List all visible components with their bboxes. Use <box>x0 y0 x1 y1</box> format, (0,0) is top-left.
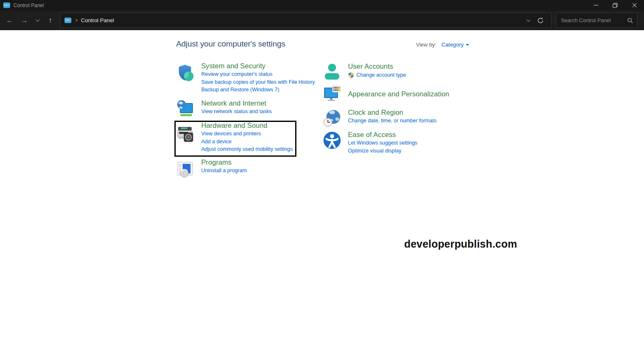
caret-down-icon <box>466 44 469 46</box>
accessibility-icon[interactable] <box>322 130 342 150</box>
category-title-link[interactable]: Clock and Region <box>348 109 436 116</box>
user-person-icon[interactable] <box>322 62 342 82</box>
category-title-link[interactable]: Ease of Access <box>348 131 417 139</box>
task-link[interactable]: Review your computer's status <box>201 72 315 77</box>
chevron-down-icon <box>526 18 530 22</box>
back-icon: ← <box>6 16 13 25</box>
address-dropdown-button[interactable] <box>522 19 534 22</box>
navigation-bar: ← → ↑ Control Panel <box>0 10 644 30</box>
page-title: Adjust your computer's settings <box>176 39 285 49</box>
content-area: Adjust your computer's settings View by:… <box>0 30 644 362</box>
close-button[interactable] <box>625 0 644 10</box>
task-link[interactable]: Backup and Restore (Windows 7) <box>201 87 315 93</box>
category-title-link[interactable]: Network and Internet <box>201 99 272 107</box>
uac-shield-icon <box>348 72 354 78</box>
programs-window-disc-icon[interactable] <box>175 159 195 179</box>
recent-locations-button[interactable] <box>32 14 43 27</box>
refresh-button[interactable] <box>534 17 547 24</box>
view-by-label: View by: <box>416 41 436 48</box>
category-title-link[interactable]: Programs <box>201 158 247 166</box>
watermark-text: developerpublish.com <box>404 238 517 250</box>
minimize-button[interactable] <box>586 0 605 10</box>
category-title-link[interactable]: User Accounts <box>348 62 406 70</box>
task-link[interactable]: Optimize visual display <box>348 148 417 154</box>
search-icon[interactable] <box>627 18 633 23</box>
appearance-monitor-tiles-icon[interactable] <box>322 84 342 104</box>
category-network-and-internet: Network and Internet View network status… <box>175 99 272 119</box>
task-link[interactable]: View devices and printers <box>201 131 293 137</box>
network-globe-monitor-icon[interactable] <box>175 99 195 119</box>
category-appearance-and-personalization: Appearance and Personalization <box>322 84 449 104</box>
close-icon <box>632 3 637 8</box>
search-input[interactable] <box>560 17 627 24</box>
minimize-icon <box>594 3 598 8</box>
task-link[interactable]: Change date, time, or number formats <box>348 118 436 124</box>
control-panel-crumb-icon <box>65 18 71 23</box>
view-by-control: View by:Category <box>416 41 469 48</box>
category-programs: Programs Uninstall a program <box>175 158 247 179</box>
breadcrumb-control-panel[interactable]: Control Panel <box>81 17 522 23</box>
task-link[interactable]: Save backup copies of your files with Fi… <box>201 80 315 85</box>
up-icon: ↑ <box>49 16 52 25</box>
title-bar: Control Panel <box>0 0 644 10</box>
task-link[interactable]: Change account type <box>348 72 406 78</box>
printer-icon[interactable] <box>175 124 195 144</box>
category-hardware-and-sound: Hardware and Sound View devices and prin… <box>175 121 293 155</box>
chevron-down-icon <box>35 18 39 22</box>
view-by-dropdown[interactable]: Category <box>441 41 469 48</box>
back-button[interactable]: ← <box>4 14 15 27</box>
task-link[interactable]: Uninstall a program <box>201 168 247 173</box>
task-link[interactable]: View network status and tasks <box>201 109 272 114</box>
search-box[interactable] <box>556 13 638 28</box>
category-clock-and-region: Clock and Region Change date, time, or n… <box>322 108 436 128</box>
category-title-link[interactable]: Hardware and Sound <box>201 122 293 129</box>
category-title-link[interactable]: Appearance and Personalization <box>348 90 449 98</box>
restore-button[interactable] <box>605 0 625 10</box>
category-system-and-security: System and Security Review your computer… <box>175 62 315 95</box>
task-link[interactable]: Adjust commonly used mobility settings <box>201 147 293 152</box>
category-ease-of-access: Ease of Access Let Windows suggest setti… <box>322 130 417 156</box>
address-bar[interactable]: Control Panel <box>60 13 551 28</box>
window-title: Control Panel <box>13 3 586 8</box>
forward-button[interactable]: → <box>19 14 30 27</box>
breadcrumb-separator-icon <box>75 19 77 21</box>
globe-clock-icon[interactable] <box>322 108 342 128</box>
refresh-icon <box>537 17 544 24</box>
category-title-link[interactable]: System and Security <box>201 62 315 70</box>
forward-icon: → <box>21 16 28 25</box>
up-button[interactable]: ↑ <box>45 14 56 27</box>
control-panel-app-icon <box>3 3 10 8</box>
task-link[interactable]: Add a device <box>201 139 293 145</box>
task-link[interactable]: Let Windows suggest settings <box>348 140 417 146</box>
restore-icon <box>613 3 618 8</box>
security-shield-icon[interactable] <box>175 63 195 83</box>
category-user-accounts: User Accounts Change account type <box>322 62 406 82</box>
